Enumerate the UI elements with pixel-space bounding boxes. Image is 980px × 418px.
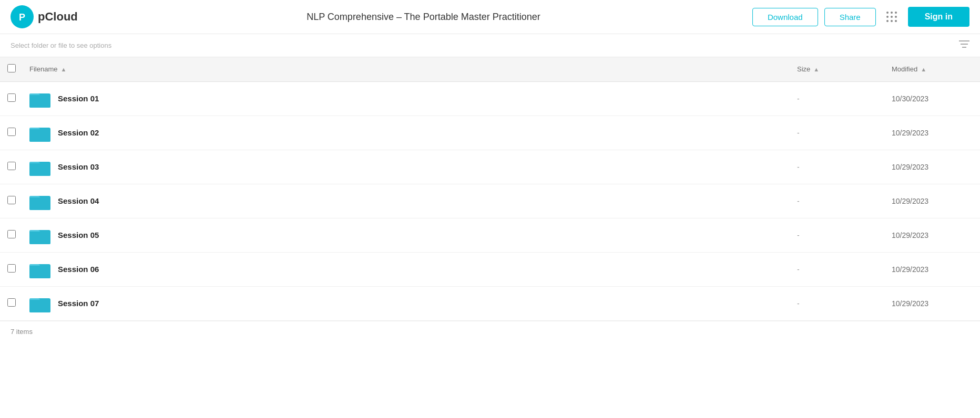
row-filename: Session 04 xyxy=(58,196,99,205)
row-filename: Session 07 xyxy=(58,299,99,308)
toolbar: Select folder or file to see options xyxy=(0,34,980,57)
size-column-header[interactable]: Size ▲ xyxy=(791,57,885,81)
dot xyxy=(891,16,893,18)
row-checkbox-cell[interactable] xyxy=(0,252,23,286)
row-checkbox[interactable] xyxy=(7,93,16,102)
dot xyxy=(886,16,889,18)
svg-rect-8 xyxy=(29,129,50,142)
row-modified: 10/29/2023 xyxy=(892,231,928,239)
row-checkbox[interactable] xyxy=(7,264,16,273)
row-size: - xyxy=(797,197,800,205)
modified-label: Modified xyxy=(892,65,917,73)
row-size-cell: - xyxy=(791,184,885,218)
row-filename: Session 06 xyxy=(58,265,99,274)
filename-label: Filename xyxy=(29,65,57,73)
dot xyxy=(895,16,897,18)
header: P pCloud NLP Comprehensive – The Portabl… xyxy=(0,0,980,34)
dot xyxy=(886,12,889,14)
select-all-header[interactable] xyxy=(0,57,23,81)
modified-column-header[interactable]: Modified ▲ xyxy=(885,57,980,81)
row-modified-cell: 10/29/2023 xyxy=(885,218,980,252)
row-checkbox[interactable] xyxy=(7,298,16,307)
table-header: Filename ▲ Size ▲ Modified ▲ xyxy=(0,57,980,81)
row-name-cell: Session 05 xyxy=(23,218,791,252)
row-size: - xyxy=(797,163,800,171)
signin-button[interactable]: Sign in xyxy=(908,7,969,27)
row-filename: Session 01 xyxy=(58,94,99,103)
dot xyxy=(886,20,889,22)
svg-rect-18 xyxy=(29,300,50,312)
download-button[interactable]: Download xyxy=(752,8,818,26)
file-list: Session 01 - 10/30/2023 S xyxy=(0,81,980,320)
row-modified: 10/29/2023 xyxy=(892,265,928,274)
folder-icon xyxy=(29,260,50,278)
svg-rect-10 xyxy=(29,163,50,176)
folder-icon xyxy=(29,226,50,244)
row-name-cell: Session 06 xyxy=(23,252,791,286)
row-modified-cell: 10/29/2023 xyxy=(885,286,980,320)
dot xyxy=(895,20,897,22)
row-size-cell: - xyxy=(791,218,885,252)
row-modified: 10/29/2023 xyxy=(892,197,928,205)
row-size-cell: - xyxy=(791,81,885,116)
dots-menu-button[interactable] xyxy=(882,7,902,27)
table-row[interactable]: Session 06 - 10/29/2023 xyxy=(0,252,980,286)
table-row[interactable]: Session 05 - 10/29/2023 xyxy=(0,218,980,252)
select-all-checkbox[interactable] xyxy=(7,64,16,72)
row-filename: Session 02 xyxy=(58,128,99,137)
folder-icon xyxy=(29,124,50,142)
row-checkbox[interactable] xyxy=(7,162,16,170)
row-checkbox-cell[interactable] xyxy=(0,286,23,320)
row-size: - xyxy=(797,265,800,274)
toolbar-hint: Select folder or file to see options xyxy=(11,41,111,49)
table-row[interactable]: Session 04 - 10/29/2023 xyxy=(0,184,980,218)
row-modified: 10/29/2023 xyxy=(892,299,928,308)
row-modified: 10/30/2023 xyxy=(892,95,928,103)
footer: 7 items xyxy=(0,321,980,342)
row-modified-cell: 10/29/2023 xyxy=(885,252,980,286)
svg-rect-14 xyxy=(29,232,50,244)
row-size: - xyxy=(797,95,800,103)
row-modified-cell: 10/30/2023 xyxy=(885,81,980,116)
filter-icon[interactable] xyxy=(959,40,969,51)
row-size-cell: - xyxy=(791,252,885,286)
size-sort-icon: ▲ xyxy=(813,66,819,72)
row-name-cell: Session 07 xyxy=(23,286,791,320)
row-checkbox-cell[interactable] xyxy=(0,116,23,150)
table-row[interactable]: Session 07 - 10/29/2023 xyxy=(0,286,980,320)
row-size: - xyxy=(797,129,800,137)
row-name-cell: Session 04 xyxy=(23,184,791,218)
svg-rect-16 xyxy=(29,266,50,278)
row-checkbox[interactable] xyxy=(7,196,16,204)
row-filename: Session 05 xyxy=(58,231,99,239)
share-button[interactable]: Share xyxy=(824,8,876,26)
row-filename: Session 03 xyxy=(58,162,99,171)
folder-icon xyxy=(29,295,50,312)
row-checkbox-cell[interactable] xyxy=(0,184,23,218)
folder-icon xyxy=(29,158,50,176)
row-checkbox[interactable] xyxy=(7,128,16,136)
table-row[interactable]: Session 03 - 10/29/2023 xyxy=(0,150,980,184)
row-checkbox-cell[interactable] xyxy=(0,150,23,184)
row-modified: 10/29/2023 xyxy=(892,163,928,171)
header-title: NLP Comprehensive – The Portable Master … xyxy=(95,12,752,23)
filename-sort-icon: ▲ xyxy=(60,66,66,72)
row-checkbox-cell[interactable] xyxy=(0,218,23,252)
row-size: - xyxy=(797,299,800,308)
file-table: Filename ▲ Size ▲ Modified ▲ xyxy=(0,57,980,321)
row-checkbox[interactable] xyxy=(7,230,16,238)
table-row[interactable]: Session 02 - 10/29/2023 xyxy=(0,116,980,150)
table-row[interactable]: Session 01 - 10/30/2023 xyxy=(0,81,980,116)
items-count: 7 items xyxy=(11,328,33,336)
row-size: - xyxy=(797,231,800,239)
filename-column-header[interactable]: Filename ▲ xyxy=(23,57,791,81)
svg-text:P: P xyxy=(19,12,25,23)
dot xyxy=(895,12,897,14)
row-checkbox-cell[interactable] xyxy=(0,81,23,116)
logo-text: pCloud xyxy=(38,10,78,24)
row-size-cell: - xyxy=(791,116,885,150)
row-modified-cell: 10/29/2023 xyxy=(885,116,980,150)
row-size-cell: - xyxy=(791,150,885,184)
logo-area: P pCloud xyxy=(11,5,95,28)
size-label: Size xyxy=(797,65,810,73)
